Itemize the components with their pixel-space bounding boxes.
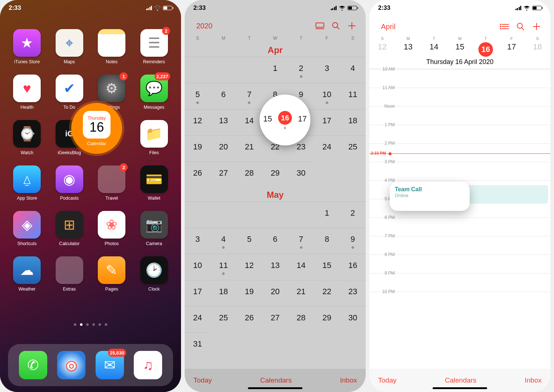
app-tile[interactable]: 📁	[140, 120, 168, 148]
day-cell[interactable]: 19	[185, 135, 210, 161]
calendars-button[interactable]: Calendars	[260, 376, 292, 384]
week-col[interactable]: S18	[525, 36, 550, 57]
home-indicator[interactable]	[248, 387, 302, 389]
app-notes[interactable]: Notes	[95, 29, 129, 64]
today-button[interactable]: Today	[193, 376, 212, 384]
day-cell[interactable]: 25	[340, 135, 366, 161]
day-cell[interactable]: 30	[340, 306, 366, 332]
app-wallet[interactable]: 💳Wallet	[137, 165, 171, 201]
app-tile[interactable]: ◉	[56, 165, 83, 193]
app-tile[interactable]: 2	[98, 165, 125, 193]
app-travel[interactable]: 2Travel	[95, 165, 129, 201]
app-files[interactable]: 📁Files	[137, 120, 171, 155]
back-button[interactable]: 2020	[190, 22, 213, 30]
app-itunes-store[interactable]: ★iTunes Store	[10, 29, 44, 64]
day-cell[interactable]: 7	[236, 83, 262, 109]
day-cell[interactable]: 23	[340, 280, 366, 306]
day-cell[interactable]: 28	[288, 306, 314, 332]
app-tile[interactable]: 📷	[140, 211, 168, 239]
day-cell[interactable]: 10	[314, 83, 340, 109]
dock-mail[interactable]: ✉25,630	[96, 351, 124, 379]
day-cell[interactable]: 8	[314, 228, 340, 254]
day-cell[interactable]: 30	[288, 161, 314, 188]
hour-row[interactable]: Noon	[369, 106, 550, 125]
app-maps[interactable]: ⌖Maps	[53, 29, 87, 64]
week-col[interactable]: S12	[369, 36, 395, 57]
day-cell[interactable]: 4	[340, 57, 366, 83]
app-reminders[interactable]: ☰2Reminders	[137, 29, 171, 64]
app-calculator[interactable]: ⊞Calculator	[53, 211, 87, 246]
date-number[interactable]: 16	[473, 41, 499, 57]
day-cell[interactable]: 25	[210, 306, 236, 332]
hour-row[interactable]: 6 PM	[369, 217, 550, 236]
hour-row[interactable]: 10 AM	[369, 69, 550, 88]
app-tile[interactable]: ☁	[13, 256, 41, 284]
day-cell[interactable]: 3	[314, 57, 340, 83]
app-tile[interactable]: ⍙	[13, 165, 41, 193]
day-cell[interactable]: 13	[210, 109, 236, 135]
year-scroll[interactable]: Apr1234567891011121314151617181920212223…	[185, 43, 366, 369]
day-cell[interactable]: 6	[262, 228, 288, 254]
highlight-event[interactable]: Team Call Online	[390, 182, 470, 211]
inbox-button[interactable]: Inbox	[340, 376, 357, 384]
day-cell[interactable]: 7	[288, 228, 314, 254]
week-col[interactable]: F17	[499, 36, 525, 57]
hour-row[interactable]: 1 PM	[369, 125, 550, 143]
day-cell[interactable]: 27	[262, 306, 288, 332]
app-camera[interactable]: 📷Camera	[137, 211, 171, 246]
day-cell[interactable]: 14	[288, 254, 314, 280]
date-number[interactable]: 15	[447, 41, 473, 52]
day-cell[interactable]: 13	[262, 254, 288, 280]
day-cell[interactable]: 9	[340, 228, 366, 254]
date-number[interactable]: 18	[525, 41, 550, 52]
app-podcasts[interactable]: ◉Podcasts	[53, 165, 87, 201]
app-to-do[interactable]: ✔To Do	[53, 75, 87, 110]
day-cell[interactable]: 29	[262, 161, 288, 188]
highlight-today-cell[interactable]: 15 16 17	[260, 95, 310, 145]
day-cell[interactable]: 27	[210, 161, 236, 188]
app-app-store[interactable]: ⍙App Store	[10, 165, 44, 201]
day-cell[interactable]: 12	[185, 109, 210, 135]
date-number[interactable]: 12	[369, 41, 395, 52]
app-watch[interactable]: ⌚Watch	[10, 120, 44, 155]
day-cell[interactable]: 29	[314, 306, 340, 332]
app-tile[interactable]: ❀	[98, 211, 125, 239]
calendars-button[interactable]: Calendars	[445, 376, 477, 384]
day-scroll[interactable]: 10 AM11 AMNoon1 PM2 PM3 PM4 PM5 PM6 PM7 …	[369, 69, 550, 369]
day-cell[interactable]: 26	[185, 161, 210, 188]
today-button[interactable]: Today	[378, 376, 397, 384]
day-cell[interactable]: 21	[236, 135, 262, 161]
day-cell[interactable]: 12	[236, 254, 262, 280]
add-event-button[interactable]	[344, 18, 360, 34]
day-cell[interactable]: 5	[236, 228, 262, 254]
app-tile[interactable]: ⚙1	[98, 75, 125, 102]
hour-row[interactable]: 8 PM	[369, 255, 550, 273]
date-number[interactable]: 13	[395, 41, 421, 52]
app-tile[interactable]: ⌚	[13, 120, 41, 148]
app-pages[interactable]: ✎Pages	[95, 256, 129, 292]
app-tile[interactable]: ⊞	[56, 211, 83, 239]
hour-row[interactable]: 11 AM	[369, 88, 550, 106]
app-tile[interactable]	[98, 29, 125, 57]
dock-phone[interactable]: ✆	[19, 351, 47, 379]
day-cell[interactable]: 18	[340, 109, 366, 135]
date-number[interactable]: 17	[499, 41, 525, 52]
day-cell[interactable]: 21	[288, 280, 314, 306]
search-button[interactable]	[513, 19, 529, 35]
hour-row[interactable]: 3 PM	[369, 162, 550, 180]
app-clock[interactable]: 🕑Clock	[137, 256, 171, 292]
back-button[interactable]: April	[375, 23, 396, 31]
app-tile[interactable]: ☰2	[140, 29, 168, 57]
app-tile[interactable]: ⌖	[56, 29, 83, 57]
date-number[interactable]: 14	[421, 41, 447, 52]
day-cell[interactable]: 26	[236, 306, 262, 332]
day-cell[interactable]: 4	[210, 228, 236, 254]
week-col[interactable]: T16	[473, 36, 499, 57]
day-cell[interactable]: 10	[185, 254, 210, 280]
week-col[interactable]: W15	[447, 36, 473, 57]
add-event-button[interactable]	[529, 19, 545, 35]
week-col[interactable]: T14	[421, 36, 447, 57]
list-view-button[interactable]	[497, 19, 513, 35]
app-tile[interactable]	[56, 256, 83, 284]
app-photos[interactable]: ❀Photos	[95, 211, 129, 246]
